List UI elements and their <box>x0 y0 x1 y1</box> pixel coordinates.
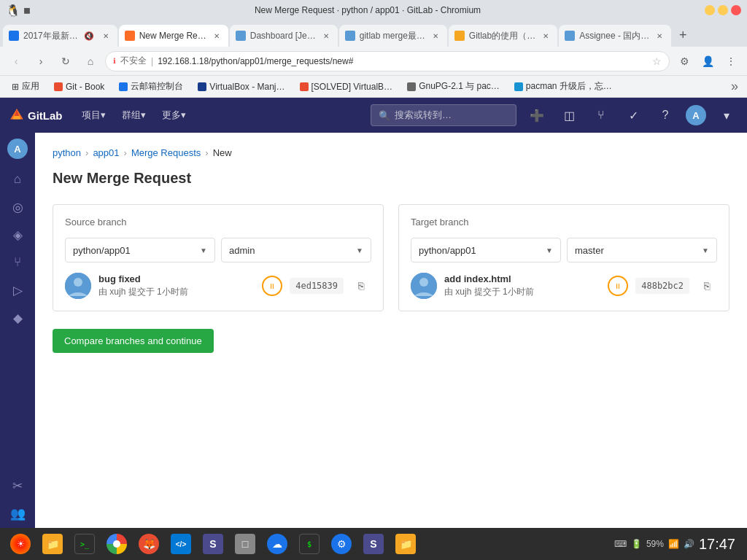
tab-label-merge: New Merge Re… <box>139 31 206 41</box>
taskbar: ☀ 📁 >_ 🦊 </> S □ ☁ $ ⚙ S 📁 ⌨ 🔋 59% 📶 <box>0 528 747 560</box>
close-button[interactable] <box>731 5 741 15</box>
address-input[interactable]: ℹ 不安全 | 192.168.1.18/python/app01/merge_… <box>105 51 670 71</box>
tab-close-dashboard[interactable]: ✕ <box>320 30 332 42</box>
tab-close-2017[interactable]: ✕ <box>100 30 112 42</box>
create-new-button[interactable]: ➕ <box>525 104 549 127</box>
forward-button[interactable]: › <box>31 51 51 71</box>
taskbar-files[interactable]: 📁 <box>38 529 67 559</box>
taskbar-vm[interactable]: □ <box>231 529 260 559</box>
source-branch-select[interactable]: admin ▼ <box>221 238 371 262</box>
security-label: 不安全 <box>120 55 147 67</box>
tab-close-assignee[interactable]: ✕ <box>654 30 665 42</box>
gitlab-logo[interactable]: GitLab <box>9 107 63 123</box>
window-controls[interactable] <box>705 5 741 15</box>
nav-more[interactable]: 更多▾ <box>155 104 193 126</box>
taskbar-files2[interactable]: 📁 <box>391 529 420 559</box>
tab-close-merge[interactable]: ✕ <box>211 30 222 42</box>
target-branch-select[interactable]: master ▼ <box>567 238 717 262</box>
settings-button[interactable]: ▾ <box>715 104 738 127</box>
tab-gitlab-merge[interactable]: gitlab merge最… ✕ <box>339 25 447 47</box>
tab-dashboard[interactable]: Dashboard [Je… ✕ <box>230 25 338 47</box>
sidebar-avatar[interactable]: A <box>7 139 28 159</box>
nav-groups[interactable]: 群组▾ <box>115 104 153 126</box>
bookmark-star[interactable]: ☆ <box>652 55 662 67</box>
window-title: New Merge Request · python / app01 · Git… <box>36 5 699 15</box>
tab-close-gitlab-usage[interactable]: ✕ <box>540 30 551 42</box>
bookmark-gnupg[interactable]: GnuPG-2.1 与 pac… <box>401 78 506 95</box>
sidebar-pipelines-icon[interactable]: ▷ <box>4 277 31 303</box>
sidebar-activity-icon[interactable]: ◎ <box>4 194 31 220</box>
sidebar-snippets-icon[interactable]: ✂ <box>4 472 31 499</box>
nav-projects-label: 项目▾ <box>82 109 106 122</box>
taskbar-terminal2[interactable]: $ <box>295 529 324 559</box>
taskbar-system[interactable]: ☀ <box>6 529 35 559</box>
branch-cards: Source branch python/app01 ▼ admin ▼ <box>53 204 729 311</box>
issues-nav-button[interactable]: ◫ <box>557 104 581 127</box>
taskbar-sublime2[interactable]: S <box>359 529 388 559</box>
source-commit-status[interactable]: ⏸ <box>262 276 282 296</box>
tab-gitlab-usage[interactable]: Gitlab的使用（… ✕ <box>449 25 557 47</box>
user-button[interactable]: 👤 <box>697 51 718 71</box>
taskbar-sublime[interactable]: S <box>198 529 228 559</box>
nav-projects[interactable]: 项目▾ <box>74 104 113 126</box>
tab-favicon-gitlab-merge <box>345 31 355 41</box>
taskbar-search2[interactable]: ⚙ <box>327 529 356 559</box>
minimize-button[interactable] <box>705 5 715 15</box>
back-button[interactable]: ‹ <box>6 51 26 71</box>
bookmark-apps[interactable]: ⊞ 应用 <box>6 78 45 95</box>
tab-2017[interactable]: 2017年最新… 🔇 ✕ <box>3 25 117 47</box>
source-repo-select[interactable]: python/app01 ▼ <box>65 238 215 262</box>
source-copy-button[interactable]: ⎘ <box>351 276 371 296</box>
menu-button[interactable]: ⋮ <box>721 51 741 71</box>
todos-button[interactable]: ✓ <box>622 104 645 127</box>
breadcrumb-app01[interactable]: app01 <box>93 147 119 158</box>
sidebar-merge-icon[interactable]: ⑂ <box>4 249 31 276</box>
breadcrumb-sep-3: › <box>205 147 208 158</box>
bookmark-mail-label: 云邮箱控制台 <box>131 80 183 93</box>
chromium-app-icon <box>107 534 127 554</box>
merge-requests-nav-button[interactable]: ⑂ <box>589 104 613 127</box>
bookmark-mail[interactable]: 云邮箱控制台 <box>113 78 189 95</box>
svg-point-6 <box>419 278 428 287</box>
taskbar-clock: 17:47 <box>699 536 735 553</box>
source-avatar-svg <box>65 273 91 299</box>
bookmark-git-label: Git - Book <box>66 82 104 92</box>
bookmark-solved[interactable]: [SOLVED] VirtualB… <box>294 79 399 94</box>
tab-merge-request[interactable]: New Merge Re… ✕ <box>119 25 228 47</box>
sidebar-deploy-icon[interactable]: ◆ <box>4 305 31 331</box>
home-nav-button[interactable]: ⌂ <box>80 51 101 71</box>
taskbar-vscode[interactable]: </> <box>166 529 196 559</box>
breadcrumb-python[interactable]: python <box>53 147 81 158</box>
taskbar-terminal[interactable]: >_ <box>70 529 99 559</box>
tab-label-assignee: Assignee - 国内… <box>579 30 649 42</box>
bookmark-virtualbox[interactable]: VirtualBox - Manj… <box>192 79 290 94</box>
tab-close-gitlab-merge[interactable]: ✕ <box>430 30 441 42</box>
compare-branches-button[interactable]: Compare branches and continue <box>53 329 214 353</box>
maximize-button[interactable] <box>718 5 728 15</box>
sidebar-members-icon[interactable]: 👥 <box>4 500 31 526</box>
bookmarks-more-button[interactable]: » <box>728 79 741 94</box>
tab-assignee[interactable]: Assignee - 国内… ✕ <box>559 25 671 47</box>
bookmarks-bar: ⊞ 应用 Git - Book 云邮箱控制台 VirtualBox - Manj… <box>0 76 747 98</box>
new-tab-button[interactable]: + <box>673 25 693 45</box>
breadcrumb-merge-requests[interactable]: Merge Requests <box>131 147 201 158</box>
firefox-app-icon: 🦊 <box>139 534 159 554</box>
target-commit-title: add index.html <box>444 273 600 284</box>
sidebar-home-icon[interactable]: ⌂ <box>4 166 31 192</box>
gitlab-navbar: GitLab 项目▾ 群组▾ 更多▾ 🔍 搜索或转到… ➕ ◫ ⑂ ✓ ? A … <box>0 98 747 133</box>
target-repo-select[interactable]: python/app01 ▼ <box>411 238 561 262</box>
sidebar-issues-icon[interactable]: ◈ <box>4 222 31 248</box>
help-button[interactable]: ? <box>654 104 677 127</box>
gitlab-search[interactable]: 🔍 搜索或转到… <box>371 104 516 126</box>
extensions-button[interactable]: ⚙ <box>674 51 694 71</box>
target-commit-status[interactable]: ⏸ <box>608 276 628 296</box>
bookmark-pacman[interactable]: pacman 升级后，忘… <box>508 78 618 95</box>
target-avatar-svg <box>411 273 437 299</box>
taskbar-firefox[interactable]: 🦊 <box>134 529 163 559</box>
target-copy-button[interactable]: ⎘ <box>697 276 717 296</box>
reload-button[interactable]: ↻ <box>55 51 76 71</box>
taskbar-chromium[interactable] <box>102 529 131 559</box>
user-avatar[interactable]: A <box>686 105 706 125</box>
taskbar-cloud[interactable]: ☁ <box>263 529 292 559</box>
bookmark-git-book[interactable]: Git - Book <box>48 79 110 94</box>
